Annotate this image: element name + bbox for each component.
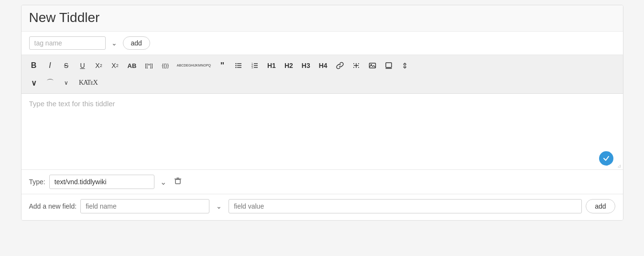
field-add-button[interactable]: add [586,199,615,213]
h2-button[interactable]: H2 [281,58,297,73]
field-value-input[interactable] [229,199,582,213]
h4-button[interactable]: H4 [315,58,331,73]
widget-button[interactable] [349,58,364,73]
numbered-list-button[interactable]: 1.2.3. [247,58,262,73]
editor-textarea[interactable] [29,100,615,162]
katex-button[interactable]: KATEX [75,75,102,90]
type-delete-button[interactable] [172,175,184,189]
toolbar-row-2: ∨ ⌒ ∨ KATEX [26,75,618,90]
abcde-button[interactable]: ABCDE GHIJK MNOPQ [174,58,214,73]
chevron-down-button[interactable]: ∨ [26,75,42,90]
macro-button[interactable]: {{}} [158,58,173,73]
tiddler-editor: New Tiddler ⌄ add B I S U X2 X2 AB [[*]]… [21,5,623,221]
link-button[interactable] [332,58,348,73]
title-section: New Tiddler [22,5,623,32]
editor-area: ⊿ [22,94,623,170]
bracket-link-button[interactable]: [[*]] [141,58,157,73]
bold-button[interactable]: B [26,58,42,73]
strikethrough-button[interactable]: S [59,58,74,73]
svg-rect-20 [386,63,392,67]
type-dropdown-button[interactable]: ⌄ [158,176,168,189]
field-dropdown-button[interactable]: ⌄ [213,200,225,212]
resize-handle: ⊿ [617,163,621,168]
tilde-button[interactable]: ⌒ [43,75,58,90]
subscript-button[interactable]: X2 [108,58,123,73]
chevron-small-button[interactable]: ∨ [59,75,74,90]
underline-button[interactable]: U [75,58,90,73]
svg-text:3.: 3. [251,66,253,69]
type-label: Type: [29,178,45,186]
confirm-button[interactable] [599,151,613,166]
h1-button[interactable]: H1 [263,58,280,73]
field-name-input[interactable] [80,199,209,213]
svg-rect-22 [175,179,180,184]
svg-point-3 [235,63,236,64]
svg-point-5 [235,67,236,68]
svg-rect-13 [356,63,357,68]
quote-button[interactable]: " [215,58,230,73]
stamp-button[interactable] [381,58,396,73]
tag-dropdown-button[interactable]: ⌄ [109,37,120,49]
type-input[interactable] [49,175,154,189]
image-button[interactable] [365,58,380,73]
tags-section: ⌄ add [22,32,623,55]
fields-label: Add a new field: [29,202,77,210]
superscript-button[interactable]: X2 [91,58,107,73]
tag-add-button[interactable]: add [123,36,150,50]
tiddler-title: New Tiddler [29,10,615,25]
toolbar-section: B I S U X2 X2 AB [[*]] {{}} ABCDE GHIJK … [22,55,623,94]
bullet-list-button[interactable] [231,58,246,73]
svg-point-4 [235,65,236,66]
h3-button[interactable]: H3 [298,58,314,73]
italic-button[interactable]: I [43,58,58,73]
type-section: Type: ⌄ [22,170,623,194]
uppercase-button[interactable]: AB [124,58,141,73]
toolbar-row-1: B I S U X2 X2 AB [[*]] {{}} ABCDE GHIJK … [26,58,618,73]
more-button[interactable]: ⇕ [397,58,413,73]
tag-name-input[interactable] [29,36,106,50]
svg-rect-18 [369,63,375,68]
fields-section: Add a new field: ⌄ add [22,194,623,220]
